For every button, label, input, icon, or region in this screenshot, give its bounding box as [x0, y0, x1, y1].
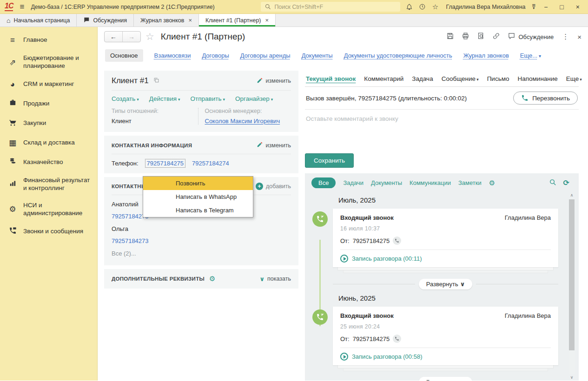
expand-button[interactable]: Развернуть∨: [419, 279, 472, 289]
tab-letter[interactable]: Письмо: [487, 75, 509, 82]
phone-link-2[interactable]: 79257184274: [192, 160, 229, 167]
sidebar-item-warehouse[interactable]: ▦Склад и доставка: [0, 133, 97, 152]
more-actions-icon[interactable]: ⋮: [561, 33, 570, 41]
minimize-button[interactable]: −: [540, 3, 551, 11]
event-card[interactable]: Входящий звонок Гладилина Вера 25 июня 2…: [333, 307, 558, 365]
sidebar-item-nsi-admin[interactable]: ⚙НСИ и администрирование: [0, 197, 97, 222]
tab-task[interactable]: Задача: [412, 75, 433, 82]
tab-comment[interactable]: Комментарий: [364, 75, 403, 82]
call-status-row: Вызов завершён, 79257184275 (длительност…: [305, 87, 579, 110]
close-form-icon[interactable]: ×: [577, 33, 581, 41]
menu-item-whatsapp[interactable]: Написать в WhatsApp: [143, 190, 253, 204]
sidebar-item-main[interactable]: ≡Главное: [0, 31, 97, 50]
close-window-button[interactable]: ×: [572, 3, 583, 11]
sidebar-item-treasury[interactable]: Казначейство: [0, 152, 97, 172]
additional-requisites-card: ДОПОЛНИТЕЛЬНЫЕ РЕКВИЗИТЫ ⚙ ∨ показать: [104, 269, 298, 289]
tab-call-log[interactable]: Журнал звонков: [463, 52, 509, 59]
scroll-down-icon[interactable]: ∨: [570, 374, 574, 381]
menu-item-call[interactable]: Позвонить: [143, 177, 253, 190]
back-button[interactable]: ←: [105, 32, 123, 42]
edit-client-link[interactable]: изменить: [257, 77, 291, 85]
save-comment-button[interactable]: Сохранить: [305, 153, 354, 168]
settings-menu-icon[interactable]: ≡▾: [532, 4, 536, 9]
close-tab-icon[interactable]: ×: [188, 17, 192, 24]
refresh-icon[interactable]: ⟳: [563, 178, 569, 187]
forward-button[interactable]: →: [123, 32, 140, 42]
discussion-button[interactable]: Обсуждение: [508, 32, 554, 41]
tab-relations[interactable]: Взаимосвязи: [154, 52, 191, 59]
favorite-star-icon[interactable]: ☆: [145, 31, 154, 42]
tab-contracts[interactable]: Договоры: [202, 52, 229, 59]
tab-more-actions[interactable]: Еще▾: [566, 75, 582, 82]
event-card[interactable]: Входящий звонок Гладилина Вера 16 июля 1…: [333, 209, 558, 267]
favorites-star-icon[interactable]: ☆: [431, 3, 439, 11]
tab-identity-documents[interactable]: Документы удостоверяющие личность: [344, 52, 452, 59]
gear-icon[interactable]: ⚙: [209, 275, 215, 283]
menu-item-telegram[interactable]: Написать в Telegram: [143, 204, 253, 217]
sidebar-item-crm[interactable]: ◕CRM и маркетинг: [0, 75, 97, 94]
tab-more[interactable]: Еще...▾: [520, 52, 541, 59]
filter-communications[interactable]: Коммуникации: [410, 179, 451, 186]
notifications-bell-icon[interactable]: [405, 3, 413, 11]
feed-search-icon[interactable]: [549, 178, 557, 188]
tab-lease-contracts[interactable]: Договоры аренды: [240, 52, 291, 59]
print-icon[interactable]: [462, 32, 469, 41]
show-additional-link[interactable]: ∨ показать: [260, 276, 291, 282]
tab-main[interactable]: Основное: [105, 49, 143, 62]
call-recording-link[interactable]: Запись разговора (00:11): [340, 255, 551, 263]
filter-documents[interactable]: Документы: [371, 179, 402, 186]
filter-notes[interactable]: Заметки: [458, 179, 482, 186]
history-icon[interactable]: [418, 3, 426, 11]
sidebar-item-financial-result[interactable]: Финансовый результат и контроллинг: [0, 172, 97, 197]
tab-reminder[interactable]: Напоминание: [517, 75, 557, 82]
phone-badge-icon[interactable]: [393, 335, 401, 343]
sidebar-item-calls-messages[interactable]: Звонки и сообщения: [0, 222, 97, 242]
feed-scrollbar[interactable]: ∧ ∨: [568, 192, 575, 381]
timeline: Июль, 2025 Входящий звонок Гладилина Вер…: [305, 191, 579, 381]
sidebar-item-sales[interactable]: Продажи: [0, 94, 97, 113]
open-in-window-icon[interactable]: [153, 77, 159, 85]
maximize-button[interactable]: □: [556, 3, 567, 11]
scrollbar-thumb[interactable]: [569, 199, 575, 350]
feed-settings-gear-icon[interactable]: ⚙: [489, 179, 495, 187]
call-comment-input[interactable]: Оставьте комментарий к звонку: [305, 110, 579, 152]
sidebar-item-budgeting[interactable]: ⇗Бюджетирование и планирование: [0, 50, 97, 75]
add-contact-person-link[interactable]: + добавить: [256, 183, 291, 190]
tab-documents[interactable]: Документы: [302, 52, 333, 59]
tab-more-label: Еще...: [520, 52, 537, 59]
send-menu[interactable]: Отправить▾: [191, 95, 225, 102]
main-menu-icon[interactable]: ≡: [18, 2, 26, 12]
relation-type-value: Клиент: [112, 118, 198, 125]
tab-client[interactable]: Клиент #1 (Партнер) ×: [199, 14, 276, 26]
preview-icon[interactable]: [477, 32, 485, 41]
filter-all[interactable]: Все: [311, 177, 336, 188]
actions-menu[interactable]: Действия▾: [149, 95, 180, 102]
manager-link[interactable]: Соколов Максим Игоревич: [205, 118, 291, 125]
tab-discussions[interactable]: Обсуждения: [77, 14, 134, 26]
tab-current-call[interactable]: Текущий звонок: [306, 75, 356, 82]
organizer-menu[interactable]: Органайзер▾: [235, 95, 273, 102]
global-search-input[interactable]: Поиск Ctrl+Shift+F: [261, 2, 400, 12]
contact-person-phone[interactable]: 79257184273: [112, 237, 291, 244]
phone-link-1[interactable]: 79257184275: [145, 159, 186, 168]
show-all-contacts-link[interactable]: Все (2)...: [112, 250, 291, 257]
expand-button[interactable]: Развернуть∨: [419, 377, 472, 381]
save-icon[interactable]: [446, 32, 454, 41]
link-icon[interactable]: [492, 32, 500, 41]
close-tab-icon[interactable]: ×: [265, 17, 269, 24]
edit-contact-info-link[interactable]: изменить: [257, 141, 291, 149]
recall-button[interactable]: Перезвонить: [513, 92, 578, 105]
app-title: Демо-база / 1С:ERP Управление предприяти…: [31, 4, 214, 10]
sidebar-item-purchases[interactable]: Закупки: [0, 114, 97, 133]
phone-context-menu: Позвонить Написать в WhatsApp Написать в…: [143, 176, 253, 217]
phone-badge-icon[interactable]: [393, 236, 401, 245]
timeline-month: Июль, 2025: [338, 196, 558, 204]
tab-home[interactable]: ⌂ Начальная страница: [0, 14, 77, 26]
call-recording-link[interactable]: Запись разговора (00:58): [340, 353, 551, 361]
scroll-up-icon[interactable]: ∧: [570, 192, 574, 198]
create-menu[interactable]: Создать▾: [112, 95, 139, 102]
tab-calls-log[interactable]: Журнал звонков ×: [134, 14, 199, 26]
user-name[interactable]: Гладилина Вера Михайловна: [446, 4, 525, 10]
filter-tasks[interactable]: Задачи: [343, 179, 363, 186]
tab-message[interactable]: Сообщение▾: [442, 75, 479, 82]
